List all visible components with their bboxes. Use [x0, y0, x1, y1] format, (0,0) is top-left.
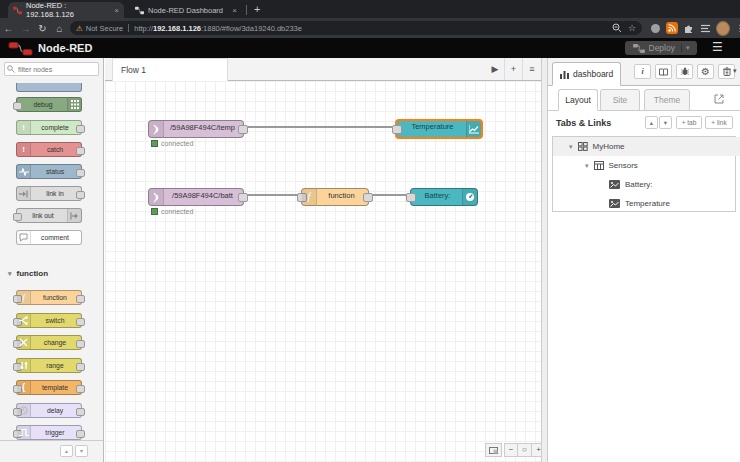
zoom-reset-button[interactable]: ○ — [518, 443, 532, 457]
config-gear-icon[interactable]: ⚙ — [697, 64, 714, 79]
main-menu-icon[interactable]: ☰ — [712, 40, 723, 54]
reload-icon[interactable]: ↻ — [34, 23, 51, 34]
extension-circle-icon[interactable] — [648, 21, 662, 35]
sidebar-tab-dashboard[interactable]: dashboard — [552, 62, 621, 86]
tab-layout[interactable]: Layout — [558, 89, 598, 111]
canvas-node-ui-gauge-battery[interactable]: Battery: — [410, 188, 478, 206]
flow-tab[interactable]: Flow 1 — [112, 58, 228, 81]
browser-tab-node-red[interactable]: Node-RED : 192.168.1.126 × — [8, 2, 124, 18]
close-tab-icon[interactable]: × — [114, 6, 119, 15]
output-port[interactable] — [238, 193, 248, 202]
navigator-icon[interactable] — [485, 443, 502, 457]
deploy-icon — [633, 44, 645, 53]
flow-canvas[interactable]: /59A98F494C/temp connected Temperature /… — [105, 81, 541, 462]
tree-item-sensors[interactable]: ▾ Sensors — [553, 156, 740, 175]
add-flow-button[interactable]: + — [504, 58, 522, 80]
security-label[interactable]: Not Secure — [86, 24, 124, 33]
palette-scroll-down-icon[interactable]: ▾ — [75, 445, 88, 457]
flow-list-icon[interactable]: ≡ — [522, 58, 541, 80]
tab-theme[interactable]: Theme — [644, 89, 690, 111]
avatar[interactable] — [716, 21, 730, 35]
chevron-down-icon[interactable]: ▾ — [585, 162, 589, 170]
forward-icon[interactable]: → — [17, 23, 34, 34]
wire[interactable] — [369, 194, 409, 196]
palette-node-template[interactable]: { template — [16, 380, 82, 395]
output-port[interactable] — [363, 193, 373, 202]
zoom-out-button[interactable]: − — [504, 443, 518, 457]
palette-node-delay[interactable]: delay — [16, 403, 82, 418]
tab-site[interactable]: Site — [600, 89, 640, 111]
sidebar-tab-row: dashboard i ⚙ ▾ — [548, 58, 740, 86]
zoom-icon[interactable] — [612, 23, 622, 33]
sidebar-splitter[interactable] — [541, 58, 548, 462]
wire[interactable] — [244, 194, 300, 196]
app-title: Node-RED — [38, 42, 92, 54]
move-up-icon[interactable]: ▴ — [645, 116, 658, 129]
help-book-icon[interactable] — [655, 64, 672, 79]
palette-node-function[interactable]: f function — [16, 290, 82, 305]
tree-item-battery[interactable]: Battery: — [553, 175, 740, 194]
rss-extension-icon[interactable] — [665, 21, 679, 35]
extensions-puzzle-icon[interactable] — [682, 21, 696, 35]
palette-filter-input[interactable] — [4, 62, 99, 76]
browser-tab-dashboard[interactable]: Node-RED Dashboard × — [130, 2, 242, 18]
palette-node-debug[interactable]: debug — [16, 97, 82, 112]
bookmark-star-icon[interactable]: ☆ — [628, 23, 636, 33]
chrome-menu-icon[interactable]: ⋮ — [733, 21, 740, 35]
node-red-favicon — [135, 6, 144, 15]
tree-item-temperature[interactable]: Temperature — [553, 194, 740, 213]
node-port — [76, 169, 85, 177]
node-label: complete — [29, 121, 81, 134]
palette-node-complete[interactable]: ! complete — [16, 120, 82, 135]
flow-tab-scroll-icon[interactable]: ▶ — [486, 58, 504, 80]
palette-node-comment[interactable]: comment — [16, 230, 82, 245]
palette-node-trigger[interactable]: trigger — [16, 425, 82, 440]
reading-list-icon[interactable] — [699, 21, 713, 35]
palette-node-range[interactable]: range — [16, 358, 82, 373]
node-label: /59A98F494C/batt — [162, 189, 243, 203]
group-table-icon — [594, 161, 604, 170]
palette-node-switch[interactable]: switch — [16, 313, 82, 328]
sidebar-more-caret-icon[interactable]: ▾ — [733, 67, 737, 75]
url-rest: :1880/#flow/3da19240.db233e — [201, 24, 302, 33]
palette-node-catch[interactable]: ! catch — [16, 142, 82, 157]
palette-scroll-up-icon[interactable]: ▴ — [60, 445, 73, 457]
add-tab-button[interactable]: + tab — [676, 116, 702, 129]
node-red-logo-icon — [8, 41, 34, 56]
url-scheme: http:// — [134, 24, 153, 33]
open-dashboard-icon[interactable] — [714, 94, 724, 104]
url-bar[interactable]: ⚠ Not Secure http://192.168.1.126:1880/#… — [70, 21, 642, 35]
debug-bug-icon[interactable] — [676, 64, 693, 79]
palette-section-function[interactable]: ▾function — [0, 265, 103, 283]
palette-node-status[interactable]: status — [16, 164, 82, 179]
close-tab-icon[interactable]: × — [232, 6, 237, 15]
chevron-down-icon[interactable]: ▾ — [569, 143, 573, 151]
palette-node-partial[interactable] — [16, 83, 82, 92]
move-down-icon[interactable]: ▾ — [659, 116, 672, 129]
wire[interactable] — [247, 126, 395, 128]
canvas-node-mqtt-temp[interactable]: /59A98F494C/temp — [148, 120, 244, 138]
node-status: connected — [151, 140, 193, 147]
canvas-node-mqtt-batt[interactable]: /59A98F494C/batt — [148, 188, 244, 206]
deploy-caret-icon[interactable]: ▾ — [681, 44, 690, 52]
new-tab-button[interactable]: + — [254, 1, 260, 17]
home-icon[interactable]: ⌂ — [51, 23, 68, 34]
deploy-button[interactable]: Deploy ▾ — [625, 41, 697, 55]
canvas-node-function[interactable]: f function — [301, 188, 369, 206]
palette-node-link-in[interactable]: link in — [16, 186, 82, 201]
palette-node-change[interactable]: change — [16, 335, 82, 350]
browser-toolbar: ← → ↻ ⌂ ⚠ Not Secure http://192.168.1.12… — [0, 18, 740, 38]
add-link-button[interactable]: + link — [705, 116, 733, 129]
tree-item-myhome[interactable]: ▾ MyHome — [553, 137, 740, 156]
back-icon[interactable]: ← — [0, 23, 17, 34]
info-tab-icon[interactable]: i — [634, 64, 651, 79]
canvas-node-ui-chart-temperature[interactable]: Temperature — [395, 119, 483, 139]
tree-item-label: Temperature — [625, 199, 670, 208]
node-port — [76, 125, 85, 133]
node-port — [76, 408, 85, 416]
node-port — [76, 295, 85, 303]
output-port[interactable] — [238, 125, 248, 134]
warning-icon: ⚠ — [76, 24, 83, 33]
palette-node-link-out[interactable]: link out — [16, 208, 82, 223]
node-label: link in — [29, 187, 81, 200]
